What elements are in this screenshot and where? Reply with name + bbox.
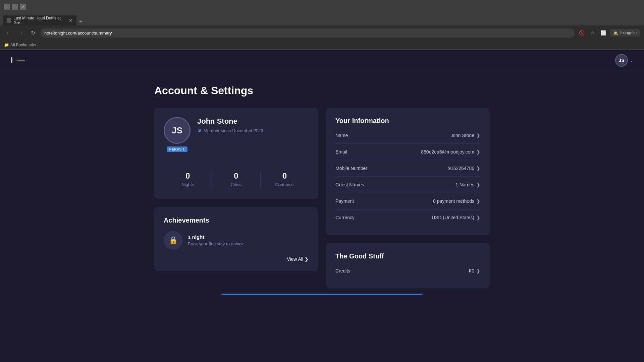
- active-tab[interactable]: Last Minute Hotel Deals at Gre... ✕: [3, 15, 76, 25]
- bookmarks-folder-icon: 📁: [4, 43, 9, 47]
- page-title: Account & Settings: [154, 84, 490, 97]
- name-value: John Stone: [450, 133, 474, 138]
- browser-chrome: — □ ✕ Last Minute Hotel Deals at Gre... …: [0, 0, 644, 50]
- good-stuff-card: The Good Stuff Credits ₽0 ❯: [326, 243, 490, 288]
- credits-row[interactable]: Credits ₽0 ❯: [335, 263, 480, 279]
- achievement-info: 1 night Book your first stay to unlock: [188, 234, 309, 246]
- toolbar-right: 🚫 ☆ ⬜ 🕵 Incognito: [578, 29, 640, 37]
- name-label: Name: [335, 133, 348, 138]
- currency-value: USD (United States): [432, 215, 474, 220]
- achievement-lock-icon: 🔒: [164, 231, 182, 250]
- maximize-button[interactable]: □: [12, 4, 18, 10]
- lock-icon: 🔒: [169, 236, 178, 245]
- profile-info: John Stone ⚙ Member since December 2023: [197, 117, 263, 133]
- nights-label: Nights: [166, 182, 209, 187]
- minimize-button[interactable]: —: [4, 4, 10, 10]
- perks-badge: PERKS 1: [167, 146, 187, 152]
- achievements-title: Achievements: [164, 217, 309, 224]
- profile-avatar-wrapper: JS PERKS 1: [164, 117, 191, 152]
- user-menu-button[interactable]: JS ⌄: [615, 54, 633, 67]
- profile-name: John Stone: [197, 117, 263, 126]
- currency-value-wrap: USD (United States) ❯: [432, 215, 480, 220]
- incognito-button[interactable]: 🕵 Incognito: [610, 29, 640, 37]
- cities-stat: 0 Cities: [212, 169, 260, 190]
- device-icon[interactable]: ⬜: [599, 29, 607, 37]
- forward-button[interactable]: →: [16, 28, 25, 38]
- cities-number: 0: [215, 171, 257, 181]
- nights-stat: 0 Nights: [164, 169, 212, 190]
- view-all-button[interactable]: View All ❯: [164, 256, 309, 262]
- bookmarks-bar: 📁 All Bookmarks: [0, 40, 644, 50]
- cities-label: Cities: [215, 182, 257, 187]
- address-bar-row: ← → ↻ 🚫 ☆ ⬜ 🕵 Incognito: [0, 25, 644, 40]
- payment-row[interactable]: Payment 0 payment methods ❯: [335, 193, 480, 209]
- email-value: 850e2ea5@moodjoy.com: [421, 149, 474, 155]
- incognito-label: Incognito: [620, 31, 637, 35]
- app-header: ⊢— JS ⌄: [0, 50, 644, 71]
- back-button[interactable]: ←: [4, 28, 13, 38]
- title-bar: — □ ✕: [0, 0, 644, 13]
- profile-header: JS PERKS 1 John Stone ⚙ Member since Dec…: [164, 117, 309, 152]
- guest-names-value-wrap: 1 Names ❯: [455, 182, 480, 187]
- credits-value: ₽0: [469, 268, 474, 274]
- currency-row[interactable]: Currency USD (United States) ❯: [335, 209, 480, 226]
- view-all-chevron: ❯: [305, 256, 309, 262]
- header-avatar-initials: JS: [619, 58, 624, 63]
- your-information-title: Your Information: [335, 117, 480, 125]
- camera-off-icon: 🚫: [578, 29, 586, 37]
- profile-avatar-initials: JS: [172, 125, 182, 136]
- name-value-wrap: John Stone ❯: [450, 133, 480, 138]
- content-grid: JS PERKS 1 John Stone ⚙ Member since Dec…: [154, 108, 490, 288]
- email-chevron-icon: ❯: [476, 149, 480, 155]
- email-value-wrap: 850e2ea5@moodjoy.com ❯: [421, 149, 480, 155]
- name-chevron-icon: ❯: [476, 133, 480, 138]
- countries-number: 0: [263, 171, 306, 181]
- credits-chevron-icon: ❯: [476, 268, 480, 274]
- profile-avatar: JS: [164, 117, 191, 144]
- profile-card: JS PERKS 1 John Stone ⚙ Member since Dec…: [154, 108, 318, 199]
- achievement-name: 1 night: [188, 234, 309, 240]
- window-controls: — □ ✕: [4, 4, 26, 10]
- logo-icon: ⊢—: [11, 56, 24, 65]
- reload-button[interactable]: ↻: [28, 28, 38, 38]
- left-column: JS PERKS 1 John Stone ⚙ Member since Dec…: [154, 108, 318, 288]
- guest-names-label: Guest Names: [335, 182, 364, 187]
- bookmarks-label: All Bookmarks: [10, 43, 36, 47]
- app-container: ⊢— JS ⌄ Account & Settings JS: [0, 50, 644, 362]
- achievement-desc: Book your first stay to unlock: [188, 241, 309, 246]
- guest-names-row[interactable]: Guest Names 1 Names ❯: [335, 177, 480, 193]
- mobile-chevron-icon: ❯: [476, 166, 480, 171]
- tab-favicon: [7, 18, 11, 23]
- verified-icon: ⚙: [197, 128, 202, 133]
- logo: ⊢—: [11, 56, 24, 65]
- chevron-down-icon: ⌄: [630, 58, 633, 63]
- guest-names-chevron-icon: ❯: [476, 182, 480, 187]
- email-label: Email: [335, 149, 347, 155]
- payment-label: Payment: [335, 198, 354, 204]
- countries-label: Countries: [263, 182, 306, 187]
- your-information-card: Your Information Name John Stone ❯ Email…: [326, 108, 490, 235]
- close-button[interactable]: ✕: [20, 4, 26, 10]
- nights-number: 0: [166, 171, 209, 181]
- bookmark-icon[interactable]: ☆: [588, 29, 596, 37]
- credits-label: Credits: [335, 268, 350, 274]
- email-row[interactable]: Email 850e2ea5@moodjoy.com ❯: [335, 144, 480, 160]
- countries-stat: 0 Countries: [261, 169, 309, 190]
- name-row[interactable]: Name John Stone ❯: [335, 127, 480, 144]
- credits-value-wrap: ₽0 ❯: [469, 268, 480, 274]
- mobile-row[interactable]: Mobile Number 9162264786 ❯: [335, 160, 480, 177]
- url-input[interactable]: [40, 28, 575, 38]
- new-tab-button[interactable]: +: [76, 18, 86, 25]
- header-avatar: JS: [615, 54, 628, 67]
- currency-chevron-icon: ❯: [476, 215, 480, 220]
- achievement-item: 🔒 1 night Book your first stay to unlock: [164, 231, 309, 250]
- tab-title: Last Minute Hotel Deals at Gre...: [13, 16, 65, 25]
- profile-member-since: ⚙ Member since December 2023: [197, 128, 263, 133]
- payment-chevron-icon: ❯: [476, 198, 480, 204]
- view-all-label: View All: [287, 256, 303, 262]
- mobile-value: 9162264786: [448, 166, 474, 171]
- mobile-value-wrap: 9162264786 ❯: [448, 166, 480, 171]
- tab-close-icon[interactable]: ✕: [69, 18, 72, 23]
- guest-names-value: 1 Names: [455, 182, 474, 187]
- right-column: Your Information Name John Stone ❯ Email…: [326, 108, 490, 288]
